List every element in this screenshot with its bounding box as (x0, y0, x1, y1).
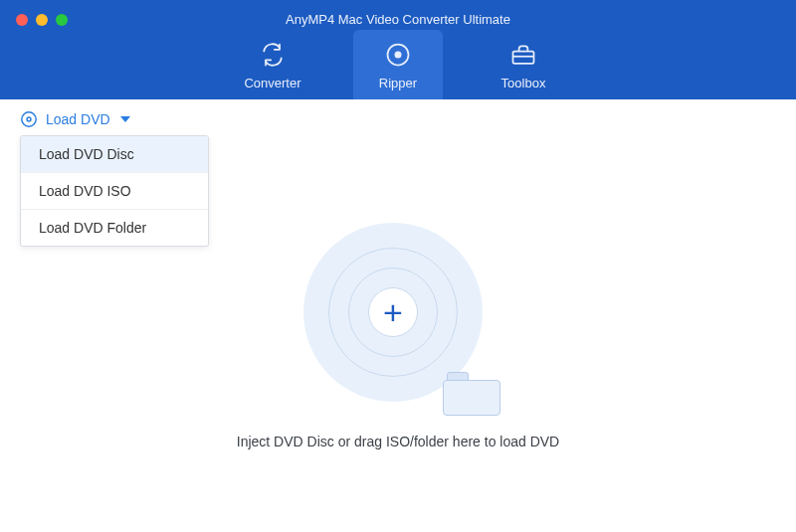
main-tabs: Converter Ripper (228, 30, 568, 99)
plus-icon: + (383, 295, 403, 329)
app-window: AnyMP4 Mac Video Converter Ultimate Conv… (0, 0, 796, 532)
load-dvd-dropdown: Load DVD Disc Load DVD ISO Load DVD Fold… (20, 135, 209, 247)
tab-label: Converter (244, 76, 300, 90)
tab-ripper[interactable]: Ripper (353, 30, 443, 99)
dropdown-item-load-dvd-iso[interactable]: Load DVD ISO (21, 173, 208, 210)
folder-illustration-icon (443, 372, 500, 416)
tab-label: Ripper (379, 76, 417, 90)
toolbox-icon (508, 40, 538, 70)
converter-icon (258, 40, 288, 70)
load-dvd-label: Load DVD (46, 111, 110, 127)
drop-graphic: + (303, 223, 493, 412)
dropdown-item-load-dvd-disc[interactable]: Load DVD Disc (21, 136, 208, 173)
ripper-icon (383, 40, 413, 70)
dropdown-item-load-dvd-folder[interactable]: Load DVD Folder (21, 210, 208, 246)
tab-toolbox[interactable]: Toolbox (479, 30, 568, 99)
svg-point-3 (22, 112, 36, 126)
title-bar: AnyMP4 Mac Video Converter Ultimate Conv… (0, 0, 796, 99)
svg-point-1 (395, 52, 400, 57)
toolbar: Load DVD Load DVD Disc Load DVD ISO Load… (0, 99, 796, 139)
drop-hint-text: Inject DVD Disc or drag ISO/folder here … (237, 434, 559, 449)
tab-converter[interactable]: Converter (228, 30, 317, 99)
load-dvd-button[interactable]: Load DVD (20, 110, 130, 128)
svg-point-4 (27, 117, 31, 121)
chevron-down-icon (120, 116, 130, 122)
disc-icon (20, 110, 38, 128)
app-title: AnyMP4 Mac Video Converter Ultimate (0, 12, 796, 27)
tab-label: Toolbox (501, 76, 546, 90)
